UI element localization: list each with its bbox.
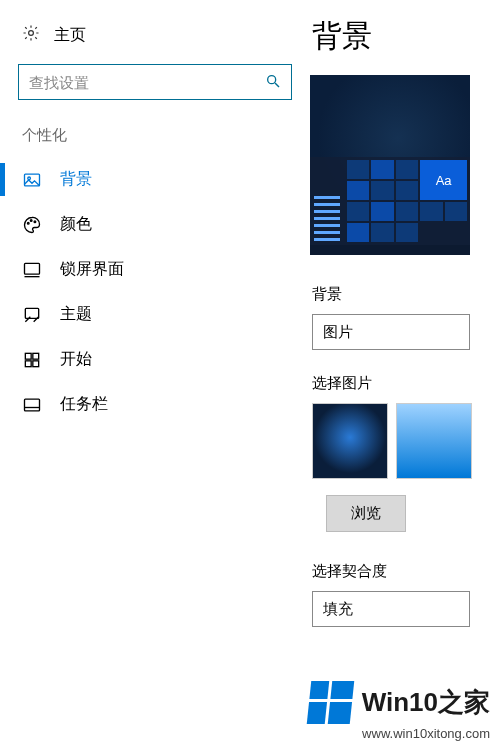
sidebar-item-start[interactable]: 开始	[0, 337, 310, 382]
svg-rect-15	[25, 399, 40, 411]
windows-logo-icon	[306, 681, 354, 724]
preview-sample-text: Aa	[420, 160, 467, 200]
watermark: Win10之家 www.win10xitong.com	[309, 681, 490, 741]
svg-point-4	[28, 177, 31, 180]
page-title: 背景	[312, 16, 500, 57]
picture-icon	[22, 170, 42, 190]
sidebar-item-label: 颜色	[60, 214, 92, 235]
picture-thumbnails	[312, 403, 500, 479]
desktop-preview: Aa	[310, 75, 470, 255]
svg-point-1	[268, 75, 276, 83]
fit-dropdown[interactable]: 填充	[312, 591, 470, 627]
picture-thumbnail[interactable]	[312, 403, 388, 479]
svg-point-5	[27, 222, 29, 224]
picture-thumbnail[interactable]	[396, 403, 472, 479]
lockscreen-icon	[22, 260, 42, 280]
palette-icon	[22, 215, 42, 235]
taskbar-icon	[22, 395, 42, 415]
fit-label: 选择契合度	[312, 562, 500, 581]
sidebar-item-taskbar[interactable]: 任务栏	[0, 382, 310, 427]
svg-point-6	[30, 219, 32, 221]
search-input[interactable]	[18, 64, 292, 100]
background-type-dropdown[interactable]: 图片	[312, 314, 470, 350]
svg-point-7	[34, 220, 36, 222]
sidebar-item-label: 背景	[60, 169, 92, 190]
settings-main: 背景 Aa 背景 图片 选择图片	[310, 0, 500, 747]
svg-rect-14	[33, 360, 39, 366]
sidebar-item-label: 开始	[60, 349, 92, 370]
dropdown-value: 填充	[323, 600, 353, 619]
svg-rect-13	[25, 360, 31, 366]
home-button[interactable]: 主页	[0, 18, 310, 64]
sidebar-item-background[interactable]: 背景	[0, 157, 310, 202]
browse-button[interactable]: 浏览	[326, 495, 406, 532]
svg-rect-12	[33, 353, 39, 359]
start-icon	[22, 350, 42, 370]
section-label-personalization: 个性化	[0, 126, 310, 157]
svg-point-0	[29, 31, 34, 36]
theme-icon	[22, 305, 42, 325]
search-icon	[265, 73, 281, 92]
search-field[interactable]	[29, 74, 265, 91]
dropdown-value: 图片	[323, 323, 353, 342]
svg-rect-11	[25, 353, 31, 359]
background-type-label: 背景	[312, 285, 500, 304]
home-label: 主页	[54, 25, 86, 46]
svg-rect-8	[25, 263, 40, 274]
svg-line-2	[275, 83, 279, 87]
sidebar-item-colors[interactable]: 颜色	[0, 202, 310, 247]
settings-sidebar: 主页 个性化 背景 颜色 锁屏界面	[0, 0, 310, 747]
sidebar-item-label: 锁屏界面	[60, 259, 124, 280]
sidebar-item-label: 任务栏	[60, 394, 108, 415]
watermark-title: Win10之家	[362, 685, 490, 720]
svg-rect-10	[25, 308, 38, 318]
watermark-url: www.win10xitong.com	[309, 726, 490, 741]
sidebar-item-lockscreen[interactable]: 锁屏界面	[0, 247, 310, 292]
choose-picture-label: 选择图片	[312, 374, 500, 393]
sidebar-item-themes[interactable]: 主题	[0, 292, 310, 337]
gear-icon	[22, 24, 40, 46]
sidebar-item-label: 主题	[60, 304, 92, 325]
